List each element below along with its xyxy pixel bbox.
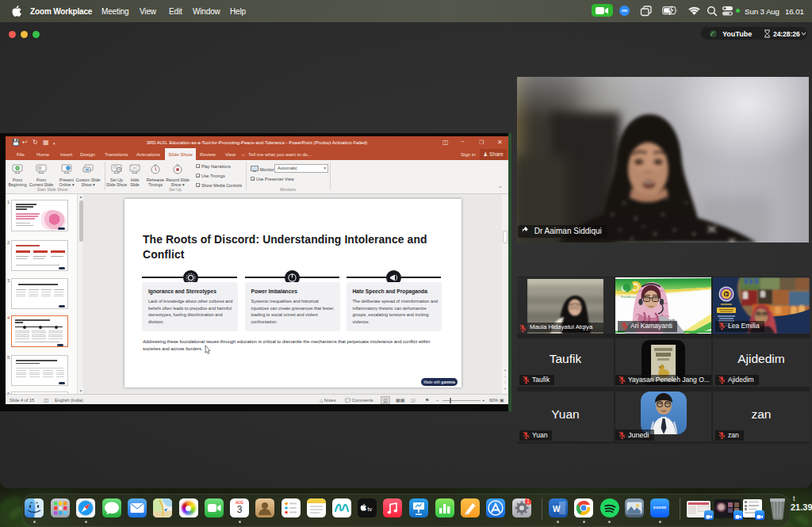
svg-text:tv: tv xyxy=(367,506,372,513)
svg-text:W: W xyxy=(553,505,561,514)
